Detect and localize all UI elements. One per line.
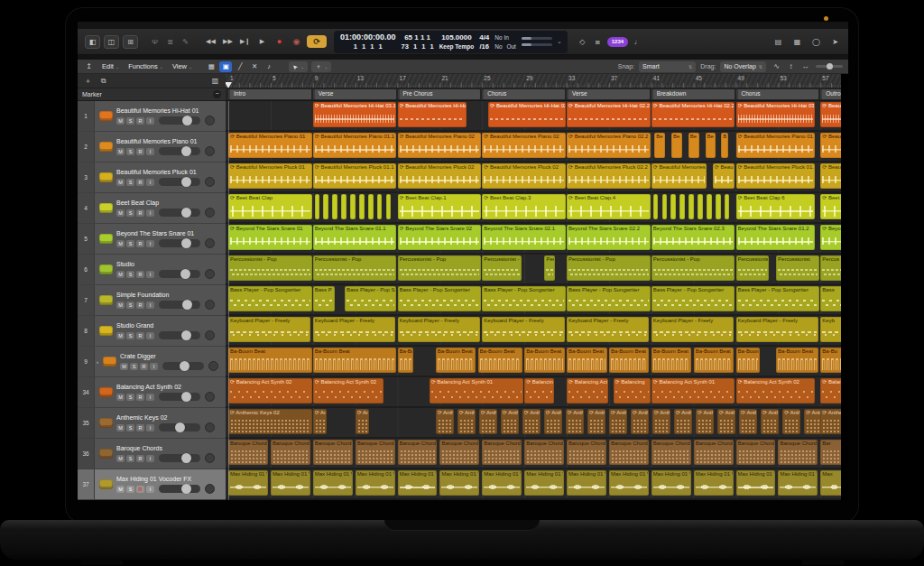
add-track-button[interactable]: ＋ [82, 75, 94, 87]
region[interactable]: Ba-Boom [736, 348, 761, 373]
pan-knob[interactable] [205, 208, 215, 218]
pan-knob[interactable] [205, 146, 215, 156]
s-button[interactable]: S [126, 209, 134, 217]
region[interactable]: ⟳ Beet Ba [820, 194, 841, 219]
region[interactable]: Keyboard Player - Freely [398, 317, 480, 342]
region[interactable]: Max Hiding 01 V [482, 470, 522, 496]
region[interactable]: Be [671, 133, 682, 158]
region[interactable] [679, 194, 684, 219]
pan-knob[interactable] [205, 330, 215, 340]
record-button[interactable]: ● [273, 35, 286, 48]
track-lane[interactable]: ⟳ Beyond The Stars Snare 01Beyond The St… [226, 224, 841, 255]
region[interactable]: Max Hiding 01 V [228, 470, 268, 496]
volume-slider[interactable] [159, 178, 200, 186]
region[interactable]: Max Hiding 01 V [778, 470, 818, 496]
arrangement-marker[interactable]: Outro [820, 89, 841, 99]
region[interactable]: ⟳ Anthe [544, 409, 562, 434]
region-inspector-icon[interactable]: ▣ [219, 61, 232, 72]
region[interactable]: ⟳ Beautiful Memories Hi-Hat 02.1 [488, 102, 566, 127]
region[interactable]: Baroque Chords [271, 440, 310, 465]
r-button[interactable]: R [136, 455, 144, 462]
region[interactable]: Max Hiding 01 V [398, 470, 438, 496]
track-lane[interactable]: Percussionist - PopPercussionist - PopPe… [226, 255, 841, 285]
volume-thumb[interactable] [182, 116, 192, 125]
arrangement-marker[interactable]: Verse [567, 89, 650, 99]
region[interactable]: Percussionist - Pop [313, 255, 397, 281]
region[interactable] [350, 194, 355, 219]
volume-thumb[interactable] [180, 361, 189, 371]
s-button[interactable]: S [126, 424, 134, 431]
track-lane[interactable]: ⟳ Beautiful Memories Piano 01⟳ Beautiful… [226, 132, 841, 162]
region[interactable]: ⟳ Balancing Act Synth 02 [313, 378, 383, 404]
region[interactable]: ⟳ Beautif [820, 133, 841, 158]
media-browser-icon[interactable]: ▦ [791, 36, 803, 48]
region[interactable]: ⟳ Beautiful Memories Piano 02 [482, 133, 566, 158]
region[interactable] [662, 194, 667, 219]
track-lane[interactable]: Bass Player - Pop SongwriterBass PBass P… [226, 285, 841, 316]
lcd-tempo[interactable]: 105.0000 Keep Tempo [437, 32, 477, 52]
region[interactable]: Percus [544, 255, 555, 281]
cycle-button[interactable]: ⟳ [307, 35, 327, 48]
r-button[interactable]: R [136, 271, 144, 278]
region[interactable]: Baroque Chords [482, 440, 522, 465]
r-button[interactable]: R [136, 394, 144, 401]
region[interactable]: Keyboard Player - Freely [228, 317, 310, 342]
s-button[interactable]: S [126, 117, 134, 125]
mixer-icon[interactable]: ◫ [104, 35, 119, 49]
r-button[interactable]: R [140, 363, 148, 370]
region[interactable] [359, 194, 364, 219]
region[interactable]: ⟳ Balancing Act Synth 02 [228, 378, 312, 404]
region[interactable]: ⟳ Beautiful Memories Pluck 01.1 [313, 163, 397, 189]
region[interactable]: Baroque Chords [313, 440, 353, 465]
region[interactable]: ⟳ Anthe [804, 409, 822, 434]
region[interactable]: Ba-Boom Beat [776, 348, 818, 373]
region[interactable] [315, 194, 319, 219]
menu-edit[interactable]: Edit⌄ [99, 62, 122, 70]
region[interactable]: Ba-Boom Beat [651, 348, 692, 373]
region[interactable]: ⟳ Anthe [652, 409, 670, 434]
region[interactable]: Beyond The Stars Snare 01.1 [313, 225, 397, 250]
region[interactable]: Ba-Boom Beat [567, 348, 607, 373]
pan-knob[interactable] [208, 361, 218, 371]
crossfade-icon[interactable]: ✕ [248, 61, 261, 72]
region[interactable]: Percussionist [776, 255, 819, 281]
pan-knob[interactable] [205, 484, 215, 494]
horizontal-zoom-icon[interactable]: ↔ [799, 60, 811, 72]
volume-slider[interactable] [159, 331, 200, 339]
region[interactable]: ⟳ Anthe [479, 409, 497, 434]
i-button[interactable]: I [146, 271, 154, 278]
region[interactable]: ⟳ Beet Beat Clap.3 [482, 194, 566, 219]
region[interactable]: Max Hiding 01 V [439, 470, 479, 496]
i-button[interactable]: I [146, 179, 154, 186]
volume-slider[interactable] [159, 239, 200, 247]
pan-knob[interactable] [205, 116, 215, 125]
volume-slider[interactable] [159, 423, 200, 431]
region[interactable] [716, 194, 720, 219]
r-button[interactable]: R [136, 209, 144, 217]
flex-icon[interactable]: ♪ [263, 61, 275, 72]
region[interactable] [707, 194, 711, 219]
volume-slider[interactable] [159, 301, 200, 309]
region[interactable]: Baroque Chords [778, 440, 818, 465]
track-header[interactable]: 34Balancing Act Synth 02MSRI [78, 377, 226, 408]
volume-slider[interactable] [159, 147, 200, 155]
region[interactable]: ⟳ Beyond The Stars Snare 02 [398, 225, 482, 250]
s-button[interactable]: S [126, 240, 134, 247]
region[interactable]: ⟳ Beyon [820, 225, 841, 250]
i-button[interactable]: I [146, 424, 154, 431]
region[interactable]: Ba-Boom Beat [478, 348, 522, 373]
zoom-slider[interactable] [816, 65, 843, 68]
track-lane[interactable]: Baroque ChordsBaroque ChordsBaroque Chor… [226, 439, 841, 469]
region[interactable]: ⟳ Anthe [696, 409, 714, 434]
region[interactable]: Ba-Boom Beat [436, 348, 476, 373]
pan-knob[interactable] [205, 269, 215, 279]
region[interactable]: Keyboard Player - Freely [567, 317, 649, 342]
automation-icon[interactable]: ╱ [234, 61, 246, 72]
i-button[interactable]: I [146, 486, 154, 493]
region[interactable]: Baroque Chords [524, 440, 564, 465]
region[interactable] [386, 194, 391, 219]
region[interactable]: Baroque Chords [609, 440, 649, 465]
fast-forward-button[interactable]: ▶▶ [221, 35, 235, 48]
region[interactable]: ⟳ Beet Beat Clap 6 [736, 194, 816, 219]
s-button[interactable]: S [126, 302, 134, 309]
